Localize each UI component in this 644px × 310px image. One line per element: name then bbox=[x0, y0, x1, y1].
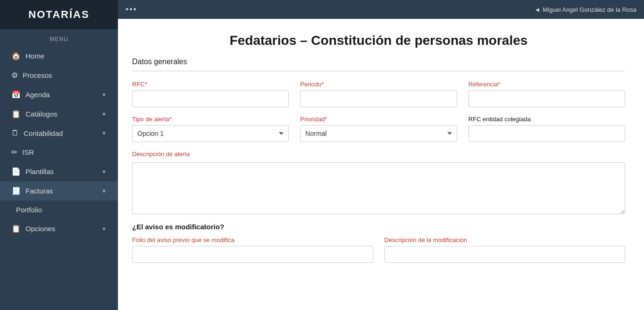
tipo-alerta-select[interactable]: Opcion 1 Opcion 2 Opcion 3 bbox=[132, 125, 289, 142]
main-area: ••• ◄ Miguel Angel González de la Rosa F… bbox=[118, 0, 644, 310]
contabilidad-icon: 🗒 bbox=[11, 129, 19, 137]
prioridad-label: Prioridad* bbox=[300, 116, 457, 123]
rfc-label: RFC* bbox=[132, 81, 289, 88]
sidebar-item-label: ISR bbox=[22, 148, 34, 156]
sidebar-item-label: Opciones bbox=[25, 225, 55, 233]
folio-label: Folio del aviso previo que se modifica bbox=[132, 236, 373, 243]
content-area: Fedatarios – Constitución de personas mo… bbox=[118, 19, 644, 310]
plantillas-icon: 📄 bbox=[11, 167, 21, 176]
sidebar-item-label: Plantillas bbox=[25, 168, 54, 176]
sidebar-item-contabilidad[interactable]: 🗒 Contabilidad ▼ bbox=[0, 124, 118, 142]
sidebar-item-catalogos[interactable]: 📋 Catálogos ▼ bbox=[0, 104, 118, 124]
chevron-down-icon: ▼ bbox=[101, 226, 107, 232]
folio-input[interactable] bbox=[132, 246, 373, 263]
form-row-1: RFC* Periodo* Referencia* bbox=[132, 81, 625, 107]
folio-group: Folio del aviso previo que se modifica bbox=[132, 236, 373, 263]
home-icon: 🏠 bbox=[11, 51, 21, 60]
sidebar-item-label: Home bbox=[25, 52, 44, 60]
topbar-user-arrow: ◄ bbox=[534, 6, 540, 13]
section-divider bbox=[132, 71, 625, 71]
sidebar-item-plantillas[interactable]: 📄 Plantillas ▼ bbox=[0, 162, 118, 181]
isr-icon: ✏ bbox=[11, 148, 17, 157]
sidebar-item-home[interactable]: 🏠 Home bbox=[0, 46, 118, 66]
sidebar-item-label: Catálogos bbox=[25, 110, 58, 118]
sidebar-item-label: Agenda bbox=[25, 91, 50, 99]
rfc-group: RFC* bbox=[132, 81, 289, 107]
sidebar-item-label: Procesos bbox=[23, 71, 52, 79]
chevron-down-icon: ▼ bbox=[101, 111, 107, 117]
prioridad-group: Prioridad* Baja Normal Alta Urgente bbox=[300, 116, 457, 142]
chevron-down-icon: ▼ bbox=[101, 92, 107, 98]
chevron-down-icon: ▼ bbox=[101, 169, 107, 175]
form-row-2: Tipo de alerta* Opcion 1 Opcion 2 Opcion… bbox=[132, 116, 625, 142]
descripcion-mod-input[interactable] bbox=[385, 246, 626, 263]
form-row-modificatorio: Folio del aviso previo que se modifica D… bbox=[132, 236, 625, 263]
prioridad-select[interactable]: Baja Normal Alta Urgente bbox=[300, 125, 457, 142]
sidebar-item-opciones[interactable]: 📋 Opciones ▼ bbox=[0, 219, 118, 238]
rfc-entidad-input[interactable] bbox=[468, 125, 625, 142]
section-title: Datos generales bbox=[132, 58, 625, 66]
tipo-alerta-label: Tipo de alerta* bbox=[132, 116, 289, 123]
catalogos-icon: 📋 bbox=[11, 109, 21, 118]
sidebar-item-label: Facturas bbox=[25, 187, 53, 195]
sidebar-item-portfolio[interactable]: Portfolio bbox=[0, 201, 118, 219]
chevron-down-icon: ▼ bbox=[101, 188, 107, 194]
facturas-icon: 🧾 bbox=[11, 186, 21, 195]
opciones-icon: 📋 bbox=[11, 224, 21, 233]
sidebar-item-agenda[interactable]: 📅 Agenda ▼ bbox=[0, 85, 118, 104]
sidebar-item-isr[interactable]: ✏ ISR bbox=[0, 142, 118, 162]
sidebar: NOTARÍAS MENÚ 🏠 Home ⚙ Procesos 📅 Agenda… bbox=[0, 0, 118, 310]
topbar: ••• ◄ Miguel Angel González de la Rosa bbox=[118, 0, 644, 19]
referencia-input[interactable] bbox=[468, 90, 625, 107]
chevron-down-icon: ▼ bbox=[101, 130, 107, 136]
descripcion-group: Descripción de alerta bbox=[132, 151, 625, 214]
sidebar-item-facturas[interactable]: 🧾 Facturas ▼ bbox=[0, 181, 118, 201]
periodo-group: Periodo* bbox=[300, 81, 457, 107]
topbar-username: Miguel Angel González de la Rosa bbox=[543, 6, 636, 13]
sidebar-item-label: Contabilidad bbox=[24, 129, 63, 137]
referencia-label: Referencia* bbox=[468, 81, 625, 88]
modificatorio-title: ¿El aviso es modificatorio? bbox=[132, 223, 625, 231]
periodo-input[interactable] bbox=[300, 90, 457, 107]
rfc-entidad-group: RFC entidad colegiada bbox=[468, 116, 625, 142]
sidebar-logo: NOTARÍAS bbox=[0, 0, 118, 29]
descripcion-mod-group: Descripción de la modificación bbox=[385, 236, 626, 263]
descripcion-textarea[interactable] bbox=[132, 162, 625, 214]
page-title: Fedatarios – Constitución de personas mo… bbox=[132, 33, 625, 48]
sidebar-item-procesos[interactable]: ⚙ Procesos bbox=[0, 66, 118, 85]
sidebar-menu-label: MENÚ bbox=[0, 29, 118, 46]
tipo-alerta-group: Tipo de alerta* Opcion 1 Opcion 2 Opcion… bbox=[132, 116, 289, 142]
rfc-entidad-label: RFC entidad colegiada bbox=[468, 116, 625, 123]
topbar-dots: ••• bbox=[125, 5, 137, 15]
referencia-group: Referencia* bbox=[468, 81, 625, 107]
sidebar-item-label: Portfolio bbox=[16, 206, 42, 214]
descripcion-label: Descripción de alerta bbox=[132, 151, 625, 158]
topbar-user: ◄ Miguel Angel González de la Rosa bbox=[534, 6, 636, 13]
descripcion-mod-label: Descripción de la modificación bbox=[385, 236, 626, 243]
procesos-icon: ⚙ bbox=[11, 71, 18, 80]
periodo-label: Periodo* bbox=[300, 81, 457, 88]
rfc-input[interactable] bbox=[132, 90, 289, 107]
agenda-icon: 📅 bbox=[11, 90, 21, 99]
